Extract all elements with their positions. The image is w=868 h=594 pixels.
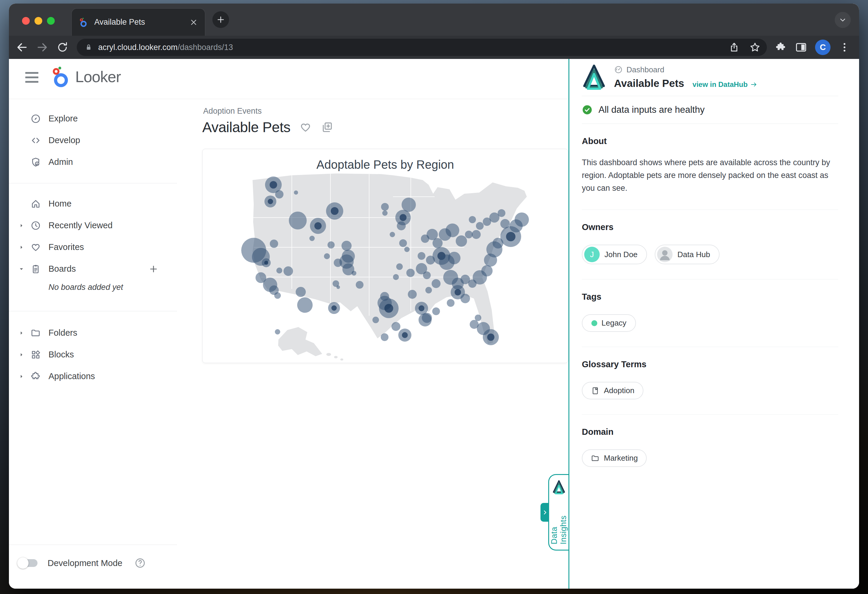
sidebar-item-label: Folders	[49, 328, 77, 338]
back-button[interactable]	[15, 41, 28, 54]
sidebar-item-folders[interactable]: Folders	[9, 322, 176, 344]
health-status-text: All data inputs are healthy	[598, 105, 705, 115]
sidebar-item-blocks[interactable]: Blocks	[9, 344, 176, 365]
window-zoom-button[interactable]	[47, 17, 55, 25]
sidebar-item-favorites[interactable]: Favorites	[9, 236, 176, 258]
looker-logo: Looker	[49, 65, 121, 88]
help-icon[interactable]	[134, 557, 146, 569]
sidebar-item-label: Favorites	[49, 242, 84, 252]
map-bubble	[406, 269, 415, 277]
map-bubble	[418, 252, 425, 260]
breadcrumb[interactable]: Adoption Events	[203, 106, 262, 116]
domain-chip[interactable]: Marketing	[582, 449, 647, 467]
favorite-heart-icon[interactable]	[299, 121, 312, 134]
window-minimize-button[interactable]	[34, 17, 42, 25]
glossary-term-chip[interactable]: Adoption	[582, 382, 644, 399]
url-host: acryl.cloud.looker.com	[98, 43, 177, 52]
map-tile: Adoptable Pets by Region	[202, 149, 568, 363]
sidebar-item-label: Applications	[49, 371, 95, 381]
tab-close-icon[interactable]	[189, 18, 198, 27]
caret-down-icon[interactable]	[18, 266, 25, 273]
domain-title: Domain	[582, 427, 838, 437]
glossary-title: Glossary Terms	[582, 359, 838, 369]
us-bubble-map[interactable]	[202, 149, 567, 362]
caret-right-icon[interactable]	[18, 244, 25, 251]
development-mode-toggle[interactable]	[18, 559, 37, 567]
caret-right-icon[interactable]	[18, 222, 25, 229]
new-tab-button[interactable]	[213, 11, 229, 28]
compass-icon	[30, 114, 41, 124]
forward-button[interactable]	[36, 41, 49, 54]
view-in-datahub-link[interactable]: view in DataHub	[692, 80, 758, 89]
add-board-button[interactable]	[148, 264, 159, 274]
datahub-panel-header: Dashboard Available Pets view in DataHub	[582, 59, 838, 96]
caret-right-icon[interactable]	[18, 330, 25, 337]
sidebar-item-admin[interactable]: Admin	[9, 151, 176, 173]
clipboard-icon	[30, 264, 41, 274]
map-bubble	[515, 213, 529, 227]
collapse-panel-button[interactable]	[540, 503, 549, 522]
map-bubble	[461, 294, 470, 303]
chevron-down-icon	[838, 15, 847, 24]
tags-section: Tags Legacy	[582, 279, 838, 347]
window-close-button[interactable]	[22, 17, 30, 25]
map-bubble	[328, 241, 335, 248]
folder-icon	[30, 328, 41, 338]
sidebar-item-recently-viewed[interactable]: Recently Viewed	[9, 214, 176, 236]
map-bubble	[497, 209, 505, 217]
chip-label: Data Hub	[677, 250, 710, 259]
map-bubble	[456, 235, 467, 247]
map-bubble	[448, 252, 461, 264]
looker-sidebar: ExploreDevelopAdmin HomeRecently ViewedF…	[9, 99, 180, 589]
about-text: This dashboard shows where pets are avai…	[582, 156, 838, 195]
domain-section: Domain Marketing	[582, 415, 838, 482]
tag-chip[interactable]: Legacy	[582, 314, 636, 332]
map-bubble	[309, 236, 315, 241]
datahub-logo-icon	[552, 480, 566, 495]
share-icon[interactable]	[728, 41, 740, 53]
map-bubble	[324, 253, 330, 259]
map-bubble	[396, 263, 403, 270]
map-bubble-core	[384, 304, 393, 313]
add-to-board-icon[interactable]	[321, 121, 333, 134]
sidebar-item-label: Recently Viewed	[49, 220, 112, 231]
sidebar-divider	[9, 183, 177, 183]
map-bubble	[469, 216, 476, 223]
url-bar[interactable]: acryl.cloud.looker.com/dashboards/13	[77, 39, 767, 56]
map-bubble-core	[419, 305, 425, 311]
reload-button[interactable]	[56, 41, 69, 54]
extensions-puzzle-icon[interactable]	[775, 41, 787, 53]
chip-label: John Doe	[604, 250, 638, 259]
map-bubble	[500, 219, 510, 229]
browser-menu-kebab-icon[interactable]	[838, 41, 851, 53]
browser-profile-avatar[interactable]: C	[815, 40, 831, 55]
caret-right-icon[interactable]	[18, 351, 25, 358]
map-bubble	[372, 317, 379, 323]
owner-chip[interactable]: JJohn Doe	[582, 245, 647, 264]
browser-toolbar: acryl.cloud.looker.com/dashboards/13 C	[9, 36, 859, 59]
sidebar-item-explore[interactable]: Explore	[9, 108, 176, 130]
sidepanel-icon[interactable]	[795, 41, 807, 53]
bookmark-star-icon[interactable]	[749, 41, 761, 53]
caret-right-icon[interactable]	[18, 373, 25, 380]
browser-tab[interactable]: Available Pets	[71, 8, 205, 36]
map-bubble	[270, 239, 278, 248]
sidebar-item-applications[interactable]: Applications	[9, 365, 176, 387]
map-bubble-core	[402, 332, 408, 338]
owner-avatar: J	[584, 247, 600, 262]
map-bubble-core	[455, 289, 461, 296]
owner-chip[interactable]: Data Hub	[655, 245, 720, 264]
development-mode-row: Development Mode	[18, 557, 146, 569]
sidebar-item-boards[interactable]: Boards	[9, 258, 176, 280]
data-insights-tab[interactable]: Data Insights	[548, 474, 568, 551]
clock-icon	[30, 220, 41, 231]
menu-hamburger-icon[interactable]	[25, 72, 38, 83]
looker-mark-icon	[49, 65, 72, 88]
tags-title: Tags	[582, 292, 838, 302]
sidebar-item-home[interactable]: Home	[9, 193, 176, 214]
chart-title: Adoptable Pets by Region	[202, 158, 568, 171]
map-bubble	[481, 265, 493, 276]
sidebar-item-develop[interactable]: Develop	[9, 130, 176, 151]
tab-search-chevron-button[interactable]	[835, 12, 851, 28]
looker-header: Looker	[9, 59, 568, 99]
